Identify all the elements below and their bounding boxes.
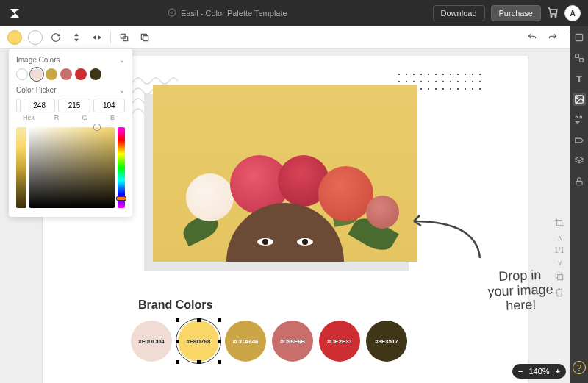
svg-rect-8 (580, 59, 584, 62)
rail-text-icon[interactable] (573, 72, 586, 85)
rail-templates-icon[interactable] (573, 31, 586, 44)
r-label: R (44, 114, 69, 121)
flip-vertical-button[interactable] (69, 30, 84, 45)
g-label: G (72, 114, 97, 121)
hex-label: Hex (16, 114, 41, 121)
rotate-button[interactable] (49, 30, 63, 45)
redo-button[interactable] (545, 30, 560, 45)
annotation-arrow (406, 207, 487, 265)
svg-rect-14 (558, 275, 563, 280)
svg-rect-6 (576, 34, 582, 40)
svg-rect-5 (143, 35, 148, 40)
b-label: B (100, 114, 125, 121)
zoom-in-button[interactable]: + (556, 367, 560, 376)
brand-colors-heading: Brand Colors (138, 298, 506, 312)
crop-page-icon[interactable] (554, 218, 564, 229)
g-input[interactable] (58, 99, 90, 112)
stroke-color-button[interactable] (28, 30, 43, 45)
svg-rect-12 (580, 116, 581, 118)
hex-input[interactable] (16, 99, 21, 112)
b-input[interactable] (93, 99, 125, 112)
brand-swatch[interactable]: #CE2E31 (319, 321, 360, 362)
right-sidebar: ? (570, 26, 588, 383)
svg-rect-7 (576, 54, 579, 58)
image-colors-toggle[interactable]: ⌄ (119, 56, 125, 64)
rail-elements-icon[interactable] (573, 113, 586, 126)
undo-button[interactable] (525, 30, 539, 45)
svg-rect-13 (576, 181, 582, 185)
image-color-swatch[interactable] (46, 68, 57, 80)
r-input[interactable] (24, 99, 55, 112)
saved-icon (168, 8, 176, 18)
image-color-swatch[interactable] (31, 68, 43, 80)
zoom-out-button[interactable]: − (518, 367, 523, 376)
fill-color-button[interactable] (7, 30, 22, 45)
edit-toolbar (0, 26, 588, 49)
svg-point-1 (551, 15, 552, 17)
duplicate-button[interactable] (137, 30, 152, 45)
rail-brand-icon[interactable] (573, 134, 586, 147)
rail-lock-icon[interactable] (573, 175, 586, 188)
image-colors-label: Image Colors (16, 56, 60, 64)
zoom-control: − 140% + (512, 364, 566, 379)
prev-page-icon[interactable]: ∧ (557, 234, 562, 242)
page-controls: ∧ 1/1 ∨ (554, 218, 564, 299)
brand-swatch[interactable]: #C96F6B (272, 321, 313, 362)
brand-swatches: #F0DCD4#F8D768#CCA646#C96F6B#CE2E31#3F35… (131, 321, 506, 362)
image-color-swatch[interactable] (60, 68, 72, 80)
svg-point-2 (555, 15, 556, 17)
zoom-value[interactable]: 140% (528, 367, 549, 376)
image-color-swatch[interactable] (75, 68, 87, 80)
app-logo[interactable] (7, 6, 22, 21)
help-button[interactable]: ? (573, 361, 586, 374)
brand-swatch[interactable]: #F0DCD4 (131, 321, 172, 362)
document-title[interactable]: Easil - Color Palette Template (181, 9, 287, 18)
color-panel: Image Colors ⌄ Color Picker ⌄ Hex R G B (9, 49, 132, 217)
user-avatar[interactable]: A (564, 5, 581, 21)
image-colors-row (16, 68, 125, 80)
duplicate-page-icon[interactable] (554, 271, 564, 283)
svg-point-10 (577, 97, 578, 99)
brand-swatch[interactable]: #F8D768 (178, 321, 219, 362)
next-page-icon[interactable]: ∨ (557, 259, 562, 267)
hue-slider[interactable] (118, 127, 125, 208)
delete-page-icon[interactable] (554, 287, 564, 299)
color-picker-label: Color Picker (16, 86, 56, 94)
rail-resize-icon[interactable] (573, 51, 586, 65)
shade-slider[interactable] (16, 127, 26, 208)
color-picker-toggle[interactable]: ⌄ (119, 86, 125, 94)
brand-swatch[interactable]: #CCA646 (225, 321, 266, 362)
purchase-button[interactable]: Purchase (491, 5, 541, 21)
image-color-swatch[interactable] (16, 68, 28, 80)
annotation-text: Drop in your image here! (476, 268, 565, 315)
page-indicator: 1/1 (554, 246, 564, 254)
cart-icon[interactable] (547, 7, 559, 20)
app-header: Easil - Color Palette Template Download … (0, 0, 588, 26)
saturation-value-box[interactable] (29, 127, 115, 208)
arrange-button[interactable] (117, 30, 132, 45)
rail-images-icon[interactable] (573, 93, 586, 106)
image-color-swatch[interactable] (90, 68, 101, 80)
brand-swatch[interactable]: #3F3517 (366, 321, 407, 362)
image-placeholder[interactable] (153, 85, 417, 262)
rail-layers-icon[interactable] (573, 154, 586, 168)
svg-point-11 (576, 116, 577, 118)
download-button[interactable]: Download (433, 5, 485, 21)
flip-horizontal-button[interactable] (90, 30, 104, 45)
